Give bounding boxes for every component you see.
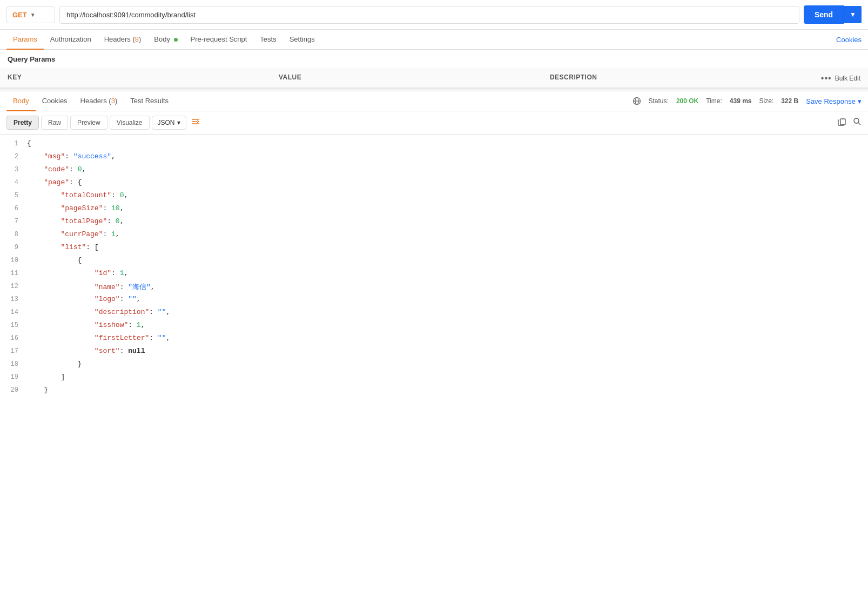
time-label: Time:	[706, 97, 722, 105]
line-number: 4	[0, 178, 27, 186]
svg-rect-6	[840, 119, 845, 125]
format-preview-button[interactable]: Preview	[70, 116, 107, 130]
request-tabs: Params Authorization Headers (8) Body Pr…	[0, 30, 868, 50]
line-content: "description": "",	[27, 308, 868, 316]
query-params-header: Query Params	[0, 50, 868, 69]
line-content: "list": [	[27, 243, 868, 251]
code-line: 13 "logo": "",	[0, 294, 868, 307]
line-content: "currPage": 1,	[27, 230, 868, 238]
response-code-area: 1{2 "msg": "success",3 "code": 0,4 "page…	[0, 135, 868, 504]
line-number: 14	[0, 308, 27, 316]
code-line: 15 "isshow": 1,	[0, 320, 868, 333]
line-content: "msg": "success",	[27, 152, 868, 160]
send-dropdown-button[interactable]: ▼	[844, 6, 862, 23]
line-number: 10	[0, 256, 27, 264]
method-chevron-icon: ▼	[30, 12, 36, 18]
url-input[interactable]	[59, 6, 799, 24]
size-value: 322 B	[781, 97, 798, 105]
line-content: "pageSize": 10,	[27, 204, 868, 212]
line-content: "firstLetter": "",	[27, 334, 868, 342]
code-line: 12 "name": "海信",	[0, 282, 868, 294]
copy-icon[interactable]	[838, 117, 846, 128]
line-content: {	[27, 139, 868, 148]
code-line: 2 "msg": "success",	[0, 152, 868, 165]
code-line: 8 "currPage": 1,	[0, 230, 868, 243]
status-value: 200 OK	[676, 97, 698, 105]
line-number: 15	[0, 321, 27, 329]
send-button[interactable]: Send	[804, 5, 844, 24]
line-content: }	[27, 386, 868, 394]
format-visualize-button[interactable]: Visualize	[110, 116, 150, 130]
resp-tab-cookies[interactable]: Cookies	[36, 91, 74, 111]
format-pretty-button[interactable]: Pretty	[6, 116, 39, 130]
line-number: 6	[0, 204, 27, 212]
line-number: 17	[0, 347, 27, 355]
tab-params[interactable]: Params	[6, 30, 44, 50]
svg-line-8	[858, 123, 860, 125]
method-selector[interactable]: GET ▼	[6, 6, 55, 23]
line-number: 16	[0, 334, 27, 342]
size-label: Size:	[759, 97, 774, 105]
json-selector-chevron-icon: ▾	[177, 119, 180, 126]
svg-point-7	[854, 118, 859, 123]
code-line: 11 "id": 1,	[0, 269, 868, 282]
line-number: 12	[0, 282, 27, 290]
line-number: 20	[0, 386, 27, 394]
bulk-edit-button[interactable]: Bulk Edit	[835, 75, 860, 82]
code-line: 9 "list": [	[0, 243, 868, 256]
line-content: "name": "海信",	[27, 282, 868, 292]
line-content: "isshow": 1,	[27, 321, 868, 329]
search-icon[interactable]	[853, 117, 862, 128]
line-number: 19	[0, 373, 27, 381]
tab-headers[interactable]: Headers (8)	[98, 30, 148, 50]
tab-pre-request-script[interactable]: Pre-request Script	[184, 30, 254, 50]
bulk-edit-area: ••• Bulk Edit	[821, 73, 860, 83]
description-column-header: DESCRIPTION	[550, 73, 821, 83]
code-line: 7 "totalPage": 0,	[0, 217, 868, 230]
code-line: 20 }	[0, 385, 868, 398]
key-column-header: KEY	[8, 73, 279, 83]
code-line: 5 "totalCount": 0,	[0, 191, 868, 204]
code-line: 16 "firstLetter": "",	[0, 333, 868, 346]
line-content: "totalCount": 0,	[27, 191, 868, 199]
line-content: "sort": null	[27, 347, 868, 355]
format-raw-button[interactable]: Raw	[41, 116, 68, 130]
line-content: "code": 0,	[27, 165, 868, 173]
line-number: 5	[0, 191, 27, 199]
line-content: "totalPage": 0,	[27, 217, 868, 225]
line-number: 1	[0, 139, 27, 148]
line-number: 9	[0, 243, 27, 251]
code-line: 17 "sort": null	[0, 346, 868, 359]
line-content: ]	[27, 373, 868, 381]
line-content: {	[27, 256, 868, 264]
line-number: 11	[0, 269, 27, 277]
params-table-header: KEY VALUE DESCRIPTION ••• Bulk Edit	[0, 69, 868, 88]
line-content: "id": 1,	[27, 269, 868, 277]
send-button-group: Send ▼	[804, 5, 862, 24]
resp-tab-test-results[interactable]: Test Results	[124, 91, 175, 111]
code-line: 19 ]	[0, 372, 868, 385]
resp-tab-body[interactable]: Body	[6, 91, 36, 111]
code-line: 10 {	[0, 256, 868, 269]
cookies-link[interactable]: Cookies	[836, 36, 862, 44]
tab-authorization[interactable]: Authorization	[44, 30, 98, 50]
wrap-icon[interactable]	[191, 117, 200, 129]
status-label: Status:	[649, 97, 669, 105]
line-number: 18	[0, 360, 27, 368]
line-number: 7	[0, 217, 27, 225]
code-line: 18 }	[0, 359, 868, 372]
tab-settings[interactable]: Settings	[283, 30, 321, 50]
resp-tab-headers[interactable]: Headers (3)	[74, 91, 124, 111]
line-number: 8	[0, 230, 27, 238]
more-options-icon[interactable]: •••	[821, 73, 832, 83]
code-line: 4 "page": {	[0, 178, 868, 191]
tab-body[interactable]: Body	[147, 30, 184, 50]
line-number: 3	[0, 165, 27, 173]
line-content: "logo": "",	[27, 295, 868, 303]
json-format-selector[interactable]: JSON ▾	[152, 116, 186, 130]
tab-tests[interactable]: Tests	[253, 30, 282, 50]
save-response-button[interactable]: Save Response ▾	[806, 97, 862, 105]
code-line: 14 "description": "",	[0, 307, 868, 320]
line-number: 13	[0, 295, 27, 303]
response-format-bar: Pretty Raw Preview Visualize JSON ▾	[0, 111, 868, 135]
